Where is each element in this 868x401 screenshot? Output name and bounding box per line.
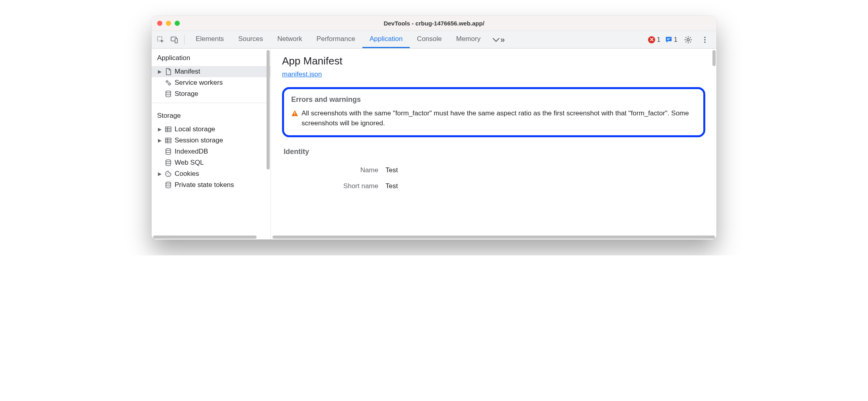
manifest-link[interactable]: manifest.json [282, 70, 322, 78]
sidebar-hscroll[interactable] [152, 235, 271, 239]
manifest-panel: App Manifest manifest.json Errors and wa… [271, 49, 716, 239]
sidebar-item-service-workers[interactable]: ▶ Service workers [152, 77, 271, 88]
warning-icon [291, 110, 298, 117]
svg-point-5 [687, 39, 689, 41]
chevrons-right-icon: » [500, 35, 505, 44]
tab-elements[interactable]: Elements [189, 31, 231, 48]
identity-heading: Identity [284, 148, 704, 156]
warning-text: All screenshots with the same "form_fact… [302, 109, 696, 128]
cookie-icon [164, 170, 172, 178]
message-icon [665, 36, 672, 43]
main-hscroll[interactable] [271, 235, 716, 239]
message-count: 1 [674, 36, 677, 43]
svg-point-7 [704, 39, 706, 41]
kv-label: Short name [282, 182, 385, 190]
expand-caret-icon: ▶ [157, 138, 162, 143]
svg-point-6 [704, 37, 706, 38]
file-icon [164, 68, 172, 76]
messages-badge[interactable]: 1 [665, 36, 677, 43]
sidebar-section-storage: Storage [152, 106, 271, 124]
svg-point-21 [166, 160, 171, 162]
error-icon: ✕ [648, 36, 655, 43]
tab-sources[interactable]: Sources [231, 31, 270, 48]
sidebar-item-label: IndexedDB [175, 148, 208, 156]
svg-point-10 [169, 83, 171, 85]
tab-application[interactable]: Application [362, 31, 410, 48]
svg-point-22 [167, 173, 167, 174]
tab-network[interactable]: Network [270, 31, 309, 48]
svg-point-24 [167, 172, 168, 173]
toolbar-divider [184, 35, 185, 45]
main-scrollbar[interactable] [712, 50, 716, 66]
kv-value: Test [385, 182, 398, 190]
svg-point-9 [166, 81, 168, 82]
sidebar-item-label: Cookies [175, 170, 199, 178]
sidebar-item-label: Local storage [175, 125, 215, 133]
sidebar-scrollbar[interactable] [267, 50, 270, 169]
sidebar-item-label: Service workers [175, 79, 223, 87]
database-icon [164, 181, 172, 189]
sidebar-item-cookies[interactable]: ▶ Cookies [152, 168, 271, 179]
error-count: 1 [657, 36, 660, 43]
svg-rect-16 [165, 138, 171, 143]
identity-row-shortname: Short name Test [282, 178, 705, 194]
warning-row: All screenshots with the same "form_fact… [291, 109, 696, 128]
zoom-window-button[interactable] [175, 21, 180, 26]
close-window-button[interactable] [157, 21, 162, 26]
sidebar-item-label: Web SQL [175, 159, 204, 167]
svg-point-23 [168, 175, 169, 175]
identity-row-name: Name Test [282, 162, 705, 178]
panel-tabs: Elements Sources Network Performance App… [189, 31, 509, 48]
sidebar-item-private-state-tokens[interactable]: ▶ Private state tokens [152, 179, 271, 191]
svg-rect-4 [667, 39, 669, 40]
svg-rect-2 [175, 39, 177, 43]
table-icon [164, 136, 172, 144]
titlebar: DevTools - crbug-1476656.web.app/ [152, 16, 716, 31]
more-tabs-button[interactable]: » [488, 31, 509, 48]
expand-caret-icon: ▶ [157, 127, 162, 132]
kebab-menu-icon[interactable] [699, 34, 711, 46]
expand-caret-icon: ▶ [157, 171, 162, 177]
devtools-toolbar: Elements Sources Network Performance App… [152, 31, 716, 49]
tab-console[interactable]: Console [410, 31, 449, 48]
svg-rect-27 [294, 115, 295, 116]
device-toggle-icon[interactable] [168, 34, 180, 46]
svg-rect-12 [165, 127, 171, 132]
database-icon [164, 159, 172, 167]
svg-point-25 [166, 182, 171, 184]
errors-warnings-section: Errors and warnings All screenshots with… [282, 87, 705, 137]
database-icon [164, 148, 172, 156]
database-icon [164, 90, 172, 98]
application-sidebar: Application ▶ Manifest ▶ Service workers… [152, 49, 271, 239]
svg-rect-3 [667, 38, 671, 39]
minimize-window-button[interactable] [166, 21, 171, 26]
sidebar-section-application: Application [152, 49, 271, 66]
sidebar-item-label: Session storage [175, 136, 223, 144]
sidebar-item-local-storage[interactable]: ▶ Local storage [152, 124, 271, 135]
sidebar-item-websql[interactable]: ▶ Web SQL [152, 157, 271, 168]
sidebar-item-label: Manifest [175, 68, 200, 76]
svg-rect-26 [294, 112, 295, 114]
svg-point-11 [166, 91, 171, 93]
kv-value: Test [385, 166, 398, 174]
inspect-element-icon[interactable] [155, 34, 167, 46]
table-icon [164, 125, 172, 133]
svg-point-20 [166, 149, 171, 151]
errors-badge[interactable]: ✕ 1 [648, 36, 660, 43]
svg-point-8 [704, 41, 706, 43]
errors-heading: Errors and warnings [291, 95, 696, 104]
sidebar-item-manifest[interactable]: ▶ Manifest [152, 66, 271, 77]
tab-performance[interactable]: Performance [309, 31, 362, 48]
sidebar-item-storage[interactable]: ▶ Storage [152, 88, 271, 99]
sidebar-divider [152, 103, 271, 103]
settings-icon[interactable] [682, 34, 694, 46]
gears-icon [164, 79, 172, 87]
sidebar-item-session-storage[interactable]: ▶ Session storage [152, 135, 271, 146]
kv-label: Name [282, 166, 385, 174]
panel-body: Application ▶ Manifest ▶ Service workers… [152, 49, 716, 239]
expand-caret-icon: ▶ [157, 69, 162, 74]
sidebar-item-label: Private state tokens [175, 181, 234, 189]
window-title: DevTools - crbug-1476656.web.app/ [152, 20, 716, 27]
tab-memory[interactable]: Memory [449, 31, 487, 48]
sidebar-item-indexeddb[interactable]: ▶ IndexedDB [152, 146, 271, 157]
